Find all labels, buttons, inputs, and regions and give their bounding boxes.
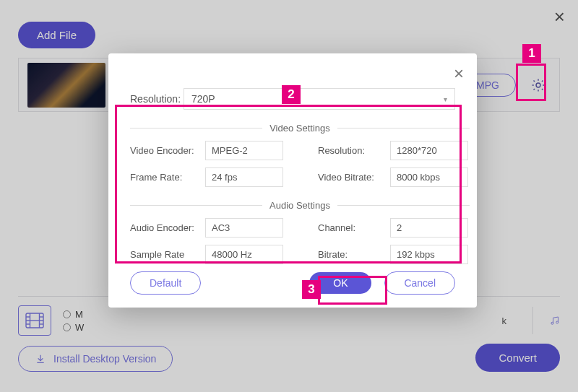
callout-3-box <box>318 276 387 305</box>
modal-close-button[interactable]: × <box>454 64 464 84</box>
chevron-down-icon: ▾ <box>444 95 447 103</box>
callout-1-box <box>516 64 546 101</box>
callout-2-label: 2 <box>282 85 301 104</box>
callout-3-label: 3 <box>302 280 321 299</box>
resolution-preset-value: 720P <box>191 93 215 105</box>
resolution-preset-label: Resolution: <box>130 93 184 105</box>
callout-1-label: 1 <box>522 44 541 63</box>
default-button[interactable]: Default <box>130 271 201 295</box>
cancel-button[interactable]: Cancel <box>384 271 455 295</box>
callout-2-box <box>115 105 462 263</box>
